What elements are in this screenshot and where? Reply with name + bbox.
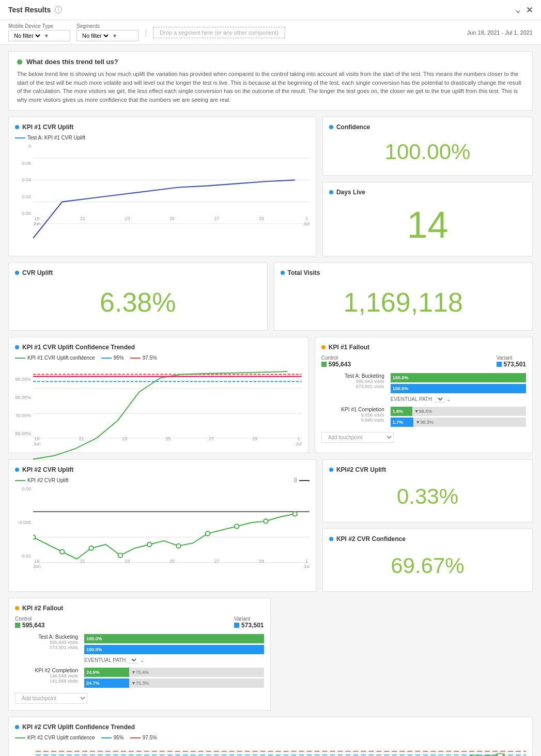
segments-select-wrapper[interactable]: No filter ▼ <box>76 30 138 41</box>
info-text: The below trend line is showing us how m… <box>17 70 524 104</box>
kpi2-svg <box>33 486 310 588</box>
kpi2-completion-labels: KPI #2 Completion 146,549 visits 141,568… <box>15 668 82 688</box>
kpi2-bar1-row: 100.0% <box>84 634 264 643</box>
kpi1-bar4-gray: ▼98.3% <box>413 418 526 427</box>
kpi1-add-touchpoint: Add touchpoint <box>321 432 526 443</box>
chevron-icon[interactable]: ⌄ <box>514 4 522 16</box>
kpi1-fallout-title: KPI #1 Fallout <box>329 344 369 351</box>
kpi2-bar3-row: 24.6% ▼75.4% <box>84 668 264 677</box>
kpi1-y-axis: 0 0.06 0.04 0.02 0.00 <box>15 144 33 216</box>
kpi2-bucketing-bars: 100.0% 100.0% <box>84 634 264 654</box>
kpi2-bar3-gray: ▼75.4% <box>129 668 264 677</box>
kpi1-legend: Test A: KPI #1 CVR Uplift <box>15 135 310 141</box>
kpi2-x-axis: 19Jun 21 23 25 27 29 1Jul <box>33 559 310 569</box>
kpi2-fallout-dot <box>15 606 19 610</box>
kpi2-cvr-uplift-title: KPI#2 CVR Uplift <box>336 466 386 473</box>
kpi2-bar1: 100.0% <box>84 634 264 643</box>
cvr-uplift-header: CVR Uplift <box>15 269 261 276</box>
kpi2-cvr-uplift-value: 0.33% <box>329 477 526 516</box>
chevron-down-icon: ▼ <box>44 33 49 39</box>
variant-square <box>497 362 502 367</box>
kpi2-bucketing-section: Test A: Bucketing 595,643 visits 573,501… <box>15 634 264 688</box>
add-touchpoint-select[interactable]: Add touchpoint <box>321 432 394 443</box>
kpi1-bar1-row: 100.0% <box>391 373 526 382</box>
segments-select[interactable]: No filter <box>80 32 110 39</box>
cvr-uplift-value: 6.38% <box>15 281 261 324</box>
kpi1-conf-x-axis: 19Jun 21 23 25 27 29 1Jul <box>33 436 302 446</box>
svg-point-21 <box>235 524 239 528</box>
kpi2-uplift-chart: 0.00 -0.005 -0.01 <box>15 486 310 569</box>
cvr-uplift-dot <box>15 271 19 275</box>
kpi2-fallout-card: KPI #2 Fallout Control 595,643 Variant 5… <box>8 598 271 711</box>
segments-label: Segments <box>76 23 138 29</box>
info-icon[interactable]: i <box>55 6 62 13</box>
kpi1-confidence-header: KPI #1 CVR Uplift Confidence Trended <box>15 344 302 351</box>
kpi2-fallout-header: KPI #2 Fallout <box>15 605 264 612</box>
svg-point-16 <box>89 546 93 550</box>
confidence-dot <box>329 125 333 129</box>
kpi2-bar2: 100.0% <box>84 645 264 654</box>
info-title: What does this trend tell us? <box>26 58 118 66</box>
kpi1-dot <box>15 125 19 129</box>
kpi1-confidence-card: KPI #1 CVR Uplift Confidence Trended KPI… <box>8 337 308 453</box>
close-icon[interactable]: ✕ <box>526 5 533 15</box>
right-top-stack: Confidence 100.00% Days Live 14 <box>322 117 533 256</box>
kpi1-conf-legend: KPI #1 CVR Uplift confidence 95% 97.5% <box>15 355 302 361</box>
kpi2-eventual-path: EVENTUAL PATH ⌄ <box>15 656 264 664</box>
confidence-title: Confidence <box>336 124 370 131</box>
kpi2-bucketing-labels: Test A: Bucketing 595,643 visits 573,501… <box>15 634 82 654</box>
segments-filter-group: Segments No filter ▼ <box>76 23 138 41</box>
kpi2-uplift-dot <box>15 468 19 472</box>
kpi2-conf-trended-header: KPI #2 CVR Uplift Confidence Trended <box>15 723 526 731</box>
header-left: Test Results i <box>8 6 62 14</box>
kpi1-bar2-row: 100.0% <box>391 384 526 393</box>
kpi1-bar2: 100.0% <box>391 384 526 393</box>
main-content: What does this trend tell us? The below … <box>0 45 541 756</box>
kpi1-completion-labels: KPI #1 Completion 9,656 visits 9,890 vis… <box>321 407 389 427</box>
total-visits-value: 1,169,118 <box>281 281 527 324</box>
svg-point-17 <box>118 553 122 557</box>
kpi1-confidence-chart: 90.00% 80.00% 70.00% 60.00% <box>15 364 302 446</box>
kpi1-completion-row: KPI #1 Completion 9,656 visits 9,890 vis… <box>321 407 526 427</box>
cvr-uplift-card: CVR Uplift 6.38% <box>8 263 268 331</box>
kpi2-cvr-confidence-header: KPI #2 CVR Confidence <box>329 535 526 543</box>
kpi2-add-touchpoint-select[interactable]: Add touchpoint <box>15 693 87 704</box>
kpi2-bar4-row: 24.7% ▼75.3% <box>84 678 264 688</box>
kpi2-completion-row: KPI #2 Completion 146,549 visits 141,568… <box>15 668 264 688</box>
row-3: KPI #1 CVR Uplift Confidence Trended KPI… <box>8 337 533 453</box>
svg-point-46 <box>497 753 504 756</box>
kpi1-bar4-blue: 1.7% <box>391 418 414 427</box>
page-title: Test Results <box>8 6 51 14</box>
row-5: KPI #2 Fallout Control 595,643 Variant 5… <box>8 598 533 711</box>
mobile-device-select[interactable]: No filter <box>12 32 42 39</box>
days-live-title: Days Live <box>336 189 365 196</box>
kpi2-legend: KPI #2 CVR Uplift 0 <box>15 477 310 483</box>
kpi1-fallout-card: KPI #1 Fallout Control 595,643 Variant 5… <box>315 337 533 453</box>
kpi2-cvr-confidence-card: KPI #2 CVR Confidence 69.67% <box>322 529 533 592</box>
mobile-device-select-wrapper[interactable]: No filter ▼ <box>8 30 70 41</box>
kpi1-fallout-header: KPI #1 Fallout <box>321 344 526 351</box>
kpi2-uplift-card: KPI #2 CVR Uplift KPI #2 CVR Uplift 0 0.… <box>8 459 316 592</box>
info-dot <box>17 59 22 65</box>
kpi2-bucketing-row: Test A: Bucketing 595,643 visits 573,501… <box>15 634 264 654</box>
kpi1-conf-y-axis: 90.00% 80.00% 70.00% 60.00% <box>15 364 33 436</box>
kpi1-control-col: Control 595,643 <box>321 355 351 368</box>
svg-point-23 <box>293 512 297 516</box>
kpi1-bucketing-section: Test A: Bucketing 595,643 visits 573,501… <box>321 373 526 427</box>
kpi2-right-stack: KPI#2 CVR Uplift 0.33% KPI #2 CVR Confid… <box>322 459 533 592</box>
total-visits-card: Total Visits 1,169,118 <box>274 263 533 331</box>
kpi1-variant-col: Variant 573,501 <box>497 355 526 368</box>
row-6: KPI #2 CVR Uplift Confidence Trended KPI… <box>8 717 533 756</box>
svg-point-14 <box>33 535 35 539</box>
kpi2-eventual-path-select[interactable] <box>128 656 138 664</box>
kpi1-bucketing-row: Test A: Bucketing 595,643 visits 573,501… <box>321 373 526 393</box>
segment-drop-zone[interactable]: Drop a segment here (or any other compon… <box>153 27 285 38</box>
kpi2-uplift-title: KPI #2 CVR Uplift <box>22 466 73 473</box>
total-visits-header: Total Visits <box>281 269 527 276</box>
info-header: What does this trend tell us? <box>17 58 524 66</box>
eventual-path-select[interactable] <box>434 395 444 403</box>
row-4: KPI #2 CVR Uplift KPI #2 CVR Uplift 0 0.… <box>8 459 533 592</box>
kpi1-bucketing-bars: 100.0% 100.0% <box>391 373 526 393</box>
kpi2-bar4-blue: 24.7% <box>84 678 129 688</box>
kpi2-y-axis: 0.00 -0.005 -0.01 <box>15 486 33 559</box>
